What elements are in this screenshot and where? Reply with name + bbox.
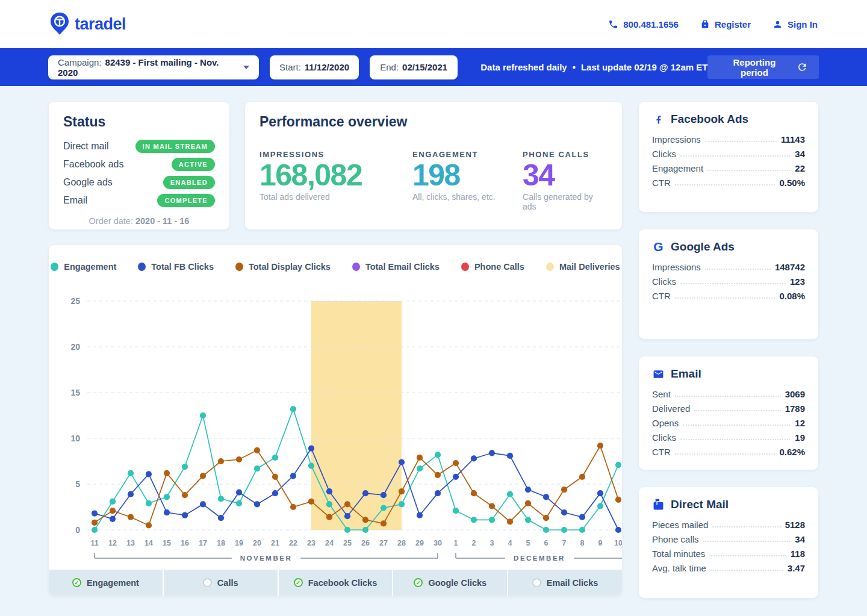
stat-row: CTR0.62% <box>652 444 805 459</box>
legend-dot <box>461 263 469 271</box>
lock-icon <box>700 19 710 29</box>
toggle-calls[interactable]: ✓Calls <box>164 570 278 596</box>
impressions-value: 168,082 <box>259 159 412 191</box>
data-refresh-note: Data refreshed daily • Last update 02/19… <box>480 62 707 72</box>
legend-item-mail-deliveries: Mail Deliveries <box>546 262 620 272</box>
person-icon <box>772 19 783 30</box>
check-circle-icon: ✓ <box>72 578 81 587</box>
stat-row: Impressions148742 <box>652 260 805 274</box>
svg-text:15: 15 <box>163 539 171 547</box>
campaign-label: Campaign: <box>58 57 102 67</box>
svg-text:22: 22 <box>289 539 297 547</box>
svg-text:15: 15 <box>70 388 80 397</box>
toggle-google-clicks[interactable]: ✓Google Clicks <box>393 570 507 596</box>
toggle-email-clicks[interactable]: ✓Email Clicks <box>508 570 622 596</box>
svg-text:19: 19 <box>235 539 243 547</box>
stat-row: Avg. talk time3.47 <box>652 561 805 575</box>
end-value: 02/15/2021 <box>402 62 447 72</box>
stat-row: Delivered1789 <box>652 401 805 415</box>
stat-row: CTR0.08% <box>652 288 805 303</box>
order-date: Order date: 2020 - 11 - 16 <box>63 216 215 226</box>
svg-text:17: 17 <box>199 539 207 547</box>
status-row-facebook-ads: Facebook ads ACTIVE <box>63 155 215 173</box>
status-row-google-ads: Google ads ENABLED <box>63 173 215 191</box>
svg-text:20: 20 <box>70 342 80 352</box>
email-card: Email Sent3069 Delivered1789 Opens12 Cli… <box>638 356 819 470</box>
legend-item-total-fb-clicks: Total FB Clicks <box>138 262 214 272</box>
start-label: Start: <box>279 62 301 72</box>
signin-link[interactable]: Sign In <box>772 19 818 30</box>
phone-number: 800.481.1656 <box>623 19 679 30</box>
svg-text:10: 10 <box>614 539 623 547</box>
signin-label: Sign In <box>788 19 818 30</box>
phone-icon <box>608 19 618 30</box>
svg-text:20: 20 <box>253 539 261 547</box>
main-content: Status Direct mail IN MAIL STREAM Facebo… <box>0 86 867 599</box>
chevron-down-icon <box>243 66 249 69</box>
phone-calls-value: 34 <box>523 159 608 191</box>
svg-text:21: 21 <box>271 539 279 547</box>
mailbox-icon <box>652 499 665 511</box>
end-label: End: <box>380 62 399 72</box>
legend-dot <box>138 263 146 271</box>
status-row-direct-mail: Direct mail IN MAIL STREAM <box>63 137 215 155</box>
status-title: Status <box>63 114 215 130</box>
email-icon <box>652 368 665 381</box>
svg-text:4: 4 <box>508 539 512 547</box>
svg-text:26: 26 <box>361 539 370 547</box>
stat-row: Clicks123 <box>652 274 805 288</box>
performance-title: Performance overview <box>259 114 608 130</box>
legend-dot <box>352 263 360 271</box>
stat-row: Sent3069 <box>652 387 805 401</box>
svg-text:7: 7 <box>562 539 567 547</box>
metric-phone-calls: PHONE CALLS 34 Calls generated by ads <box>523 150 608 211</box>
legend-item-total-display-clicks: Total Display Clicks <box>235 262 331 272</box>
svg-text:25: 25 <box>70 296 80 306</box>
facebook-icon <box>652 113 665 126</box>
check-circle-icon: ✓ <box>414 578 423 587</box>
svg-text:6: 6 <box>544 539 548 547</box>
end-date-input[interactable]: End:02/15/2021 <box>370 55 458 79</box>
stat-row: Clicks34 <box>652 146 805 161</box>
svg-text:13: 13 <box>126 539 135 547</box>
svg-text:28: 28 <box>397 539 406 547</box>
legend-item-engagement: Engagement <box>51 262 116 272</box>
start-value: 11/12/2020 <box>305 62 349 72</box>
top-header: taradel 800.481.1656 Register Sign In <box>0 0 867 48</box>
start-date-input[interactable]: Start:11/12/2020 <box>270 55 359 79</box>
refresh-icon <box>797 61 808 73</box>
stats-sidebar: Facebook Ads Impressions11143 Clicks34 E… <box>638 101 819 599</box>
svg-text:27: 27 <box>379 539 388 547</box>
legend-dot <box>546 263 554 271</box>
svg-text:5: 5 <box>75 479 80 489</box>
status-row-email: Email COMPLETE <box>63 191 215 210</box>
svg-text:25: 25 <box>343 539 352 547</box>
toggle-engagement[interactable]: ✓Engagement <box>49 570 163 596</box>
metric-engagement: ENGAGEMENT 198 All, clicks, shares, etc. <box>412 150 523 211</box>
header-nav: 800.481.1656 Register Sign In <box>608 19 818 30</box>
stat-row: Pieces mailed5128 <box>652 517 805 532</box>
svg-text:8: 8 <box>580 539 585 547</box>
register-link[interactable]: Register <box>700 19 751 30</box>
toggle-facebook-clicks[interactable]: ✓Facebook Clicks <box>279 570 393 596</box>
phone-link[interactable]: 800.481.1656 <box>608 19 679 30</box>
stat-row: Total minutes118 <box>652 546 805 561</box>
direct-mail-card: Direct Mail Pieces mailed5128 Phone call… <box>638 487 819 599</box>
campaign-select[interactable]: Campaign:82439 - First mailing - Nov. 20… <box>48 55 259 79</box>
chart-legend: Engagement Total FB Clicks Total Display… <box>49 245 622 288</box>
svg-text:DECEMBER: DECEMBER <box>514 555 565 562</box>
engagement-value: 198 <box>412 159 523 191</box>
campaign-toolbar: Campaign:82439 - First mailing - Nov. 20… <box>0 48 867 86</box>
brand-logo[interactable]: taradel <box>49 12 126 36</box>
reporting-period-button[interactable]: Reporting period <box>707 55 819 79</box>
check-circle-icon: ✓ <box>532 578 541 587</box>
series-toggle-bar: ✓Engagement ✓Calls ✓Facebook Clicks ✓Goo… <box>49 570 622 596</box>
svg-text:16: 16 <box>181 539 189 547</box>
svg-text:0: 0 <box>75 525 80 535</box>
stat-row: Clicks19 <box>652 430 805 444</box>
svg-text:30: 30 <box>434 539 442 547</box>
svg-text:12: 12 <box>108 539 117 547</box>
stat-row: Engagement22 <box>652 161 805 175</box>
status-badge: ACTIVE <box>172 158 215 171</box>
status-badge: ENABLED <box>163 176 215 189</box>
